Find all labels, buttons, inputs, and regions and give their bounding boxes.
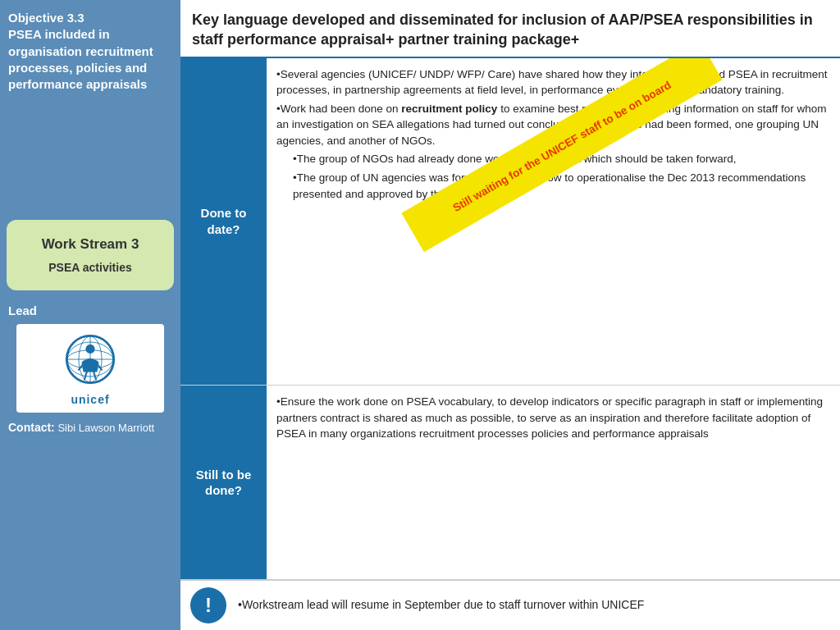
bottom-notice: ! •Workstream lead will resume in Septem…	[180, 580, 840, 630]
lead-label: Lead	[8, 304, 37, 317]
still-to-be-done-content: •Ensure the work done on PSEA vocabulary…	[267, 386, 840, 579]
svg-point-8	[85, 345, 94, 354]
lead-section: Lead	[0, 297, 180, 321]
contact-section: Contact: Sibi Lawson Marriott	[0, 416, 180, 441]
workstream-title: Work Stream 3	[15, 236, 166, 253]
bullet-1: •Several agencies (UNICEF/ UNDP/ WFP/ Ca…	[276, 66, 830, 98]
contact-label: Contact:	[8, 421, 55, 434]
done-to-date-label: Done to date?	[180, 58, 267, 386]
still-bullet-1: •Ensure the work done on PSEA vocabulary…	[276, 394, 830, 442]
contact-name: Sibi Lawson Marriott	[57, 422, 154, 434]
unicef-globe-svg	[62, 331, 119, 388]
unicef-text: unicef	[23, 393, 158, 406]
rows-area: Done to date? •Several agencies (UNICEF/…	[180, 58, 840, 580]
sub-bullet-2: •The group of UN agencies was formed to …	[293, 170, 830, 202]
content-area: Key language developed and disseminated …	[180, 0, 840, 630]
sub-bullet-1: •The group of NGOs had already done work…	[293, 151, 830, 167]
row-done-to-date: Done to date? •Several agencies (UNICEF/…	[180, 58, 840, 386]
bullet-2: •Work had been done on recruitment polic…	[276, 101, 830, 149]
main-title: Key language developed and disseminated …	[180, 0, 840, 58]
unicef-logo-box: unicef	[16, 324, 164, 413]
workstream-box: Work Stream 3 PSEA activities	[7, 220, 174, 290]
exclamation-icon: !	[190, 587, 226, 623]
objective-box: Objective 3.3 PSEA included in organisat…	[0, 0, 180, 213]
main-layout: Objective 3.3 PSEA included in organisat…	[0, 0, 840, 630]
sidebar: Objective 3.3 PSEA included in organisat…	[0, 0, 180, 630]
bottom-notice-text: •Workstream lead will resume in Septembe…	[238, 597, 644, 614]
objective-title: Objective 3.3	[8, 11, 84, 25]
row-still-to-be-done: Still to be done? •Ensure the work done …	[180, 386, 840, 580]
workstream-sub: PSEA activities	[15, 261, 166, 274]
unicef-globe	[62, 331, 119, 391]
still-to-be-done-label: Still to be done?	[180, 386, 267, 579]
objective-body: PSEA included in organisation recruitmen…	[8, 27, 153, 91]
done-to-date-content: •Several agencies (UNICEF/ UNDP/ WFP/ Ca…	[267, 58, 840, 386]
